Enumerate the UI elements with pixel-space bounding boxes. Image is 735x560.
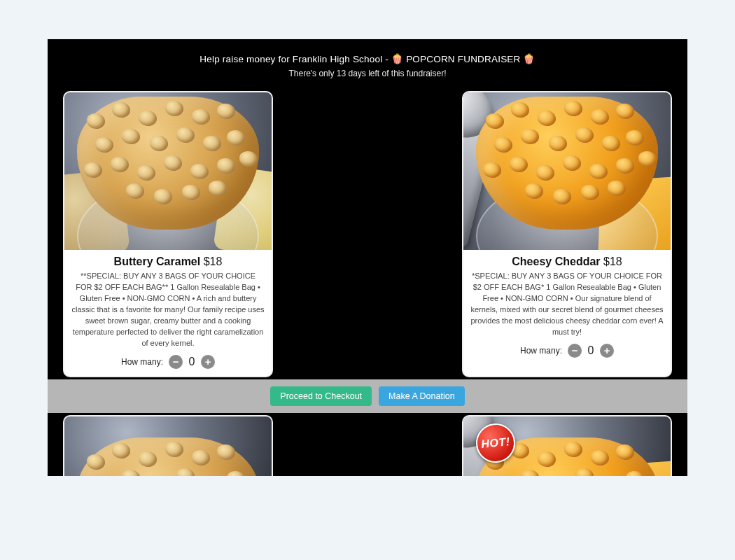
page-frame: Help raise money for Franklin High Schoo… <box>48 39 687 476</box>
quantity-label: How many: <box>520 346 562 356</box>
checkout-bar: Proceed to Checkout Make A Donation <box>48 379 687 413</box>
product-body: Buttery Caramel $18 **SPECIAL: BUY ANY 3… <box>64 250 272 376</box>
product-row-2: HOT! <box>48 413 687 476</box>
storefront-panel: Help raise money for Franklin High Schoo… <box>48 39 687 476</box>
product-price: $18 <box>603 255 622 267</box>
product-row-1: Buttery Caramel $18 **SPECIAL: BUY ANY 3… <box>48 91 687 377</box>
product-price: $18 <box>204 255 223 267</box>
proceed-to-checkout-button[interactable]: Proceed to Checkout <box>270 386 372 406</box>
product-card-cheesy-cheddar: Cheesy Cheddar $18 *SPECIAL: BUY ANY 3 B… <box>462 91 672 377</box>
product-description: **SPECIAL: BUY ANY 3 BAGS OF YOUR CHOICE… <box>71 271 265 349</box>
product-description: *SPECIAL: BUY ANY 3 BAGS OF YOUR CHOICE … <box>470 271 664 338</box>
product-image-buttery-caramel <box>64 92 272 250</box>
product-image-cheesy-cheddar <box>463 92 671 250</box>
quantity-stepper: How many: − 0 + <box>470 344 664 358</box>
product-card-buttery-caramel: Buttery Caramel $18 **SPECIAL: BUY ANY 3… <box>63 91 273 377</box>
quantity-decrement-button[interactable]: − <box>568 344 582 358</box>
product-name: Cheesy Cheddar <box>512 255 600 267</box>
quantity-value: 0 <box>586 344 596 357</box>
product-card-partial-right: HOT! <box>462 415 672 476</box>
product-body: Cheesy Cheddar $18 *SPECIAL: BUY ANY 3 B… <box>463 250 671 365</box>
product-card-partial-left <box>63 415 273 476</box>
make-a-donation-button[interactable]: Make A Donation <box>379 386 465 406</box>
quantity-increment-button[interactable]: + <box>201 355 215 369</box>
quantity-increment-button[interactable]: + <box>600 344 614 358</box>
quantity-value: 0 <box>187 356 197 368</box>
quantity-decrement-button[interactable]: − <box>169 355 183 369</box>
quantity-stepper: How many: − 0 + <box>71 355 265 369</box>
product-title: Cheesy Cheddar $18 <box>470 255 664 268</box>
quantity-label: How many: <box>121 357 163 367</box>
fundraiser-countdown: There's only 13 days left of this fundra… <box>48 69 687 78</box>
product-title: Buttery Caramel $18 <box>71 255 265 268</box>
fundraiser-headline: Help raise money for Franklin High Schoo… <box>48 53 687 64</box>
product-name: Buttery Caramel <box>114 255 201 267</box>
